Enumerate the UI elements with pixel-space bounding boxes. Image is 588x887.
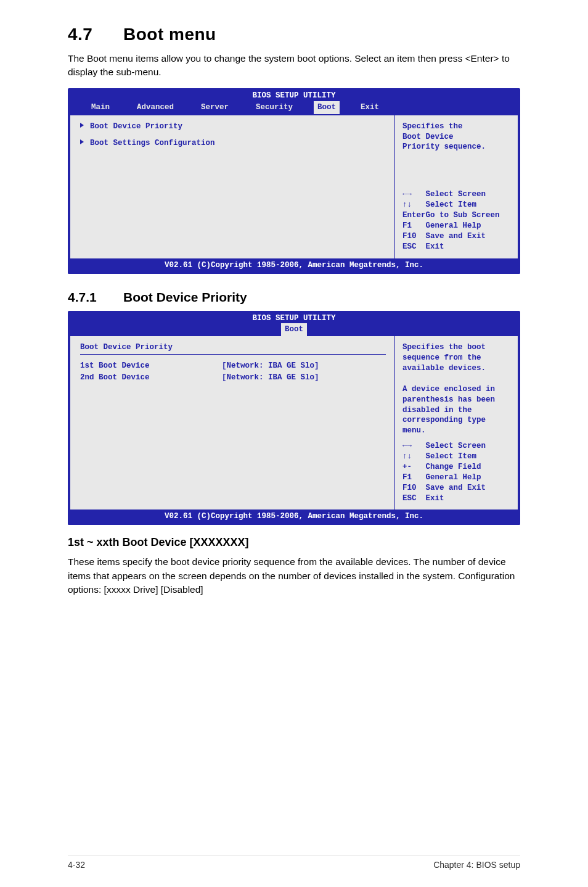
panel-title: Boot Device Priority bbox=[80, 342, 386, 353]
bios-left-panel: Boot Device Priority 1st Boot Device [Ne… bbox=[70, 336, 394, 510]
menu-item-label: Boot Settings Configuration bbox=[90, 139, 215, 147]
subsection-title-text: Boot Device Priority bbox=[123, 290, 247, 304]
bios-header: BIOS SETUP UTILITY bbox=[68, 88, 520, 101]
submenu-triangle-icon bbox=[80, 123, 84, 128]
bios-body: Boot Device Priority 1st Boot Device [Ne… bbox=[70, 336, 518, 510]
bios-footer: V02.61 (C)Copyright 1985-2006, American … bbox=[68, 258, 520, 274]
tab-advanced[interactable]: Advanced bbox=[131, 101, 180, 114]
bios-right-panel: Specifies the Boot Device Priority seque… bbox=[394, 115, 518, 258]
tab-server[interactable]: Server bbox=[195, 101, 235, 114]
bios-header: BIOS SETUP UTILITY bbox=[68, 311, 520, 324]
config-item-body: These items specify the boot device prio… bbox=[68, 555, 520, 596]
bios-body: Boot Device Priority Boot Settings Confi… bbox=[70, 115, 518, 258]
first-boot-device-row[interactable]: 1st Boot Device [Network: IBA GE Slo] bbox=[80, 361, 386, 371]
nav-help: ←→ Select Screen ↑↓ Select Item +- Chang… bbox=[402, 441, 512, 503]
panel-divider bbox=[80, 354, 386, 355]
section-intro: The Boot menu items allow you to change … bbox=[68, 52, 520, 80]
bios-left-panel: Boot Device Priority Boot Settings Confi… bbox=[70, 115, 394, 258]
bios-tab-bar-single: Boot bbox=[68, 323, 520, 336]
help-text: Specifies the Boot Device Priority seque… bbox=[402, 122, 512, 153]
subsection-heading: 4.7.1Boot Device Priority bbox=[68, 290, 520, 305]
bios-right-panel: Specifies the boot sequence from the ava… bbox=[394, 336, 518, 510]
tab-boot[interactable]: Boot bbox=[281, 323, 307, 336]
config-item-heading: 1st ~ xxth Boot Device [XXXXXXX] bbox=[68, 536, 520, 549]
page-footer: 4-32 Chapter 4: BIOS setup bbox=[68, 856, 520, 870]
nav-help: ←→ Select Screen ↑↓ Select Item EnterGo … bbox=[402, 189, 512, 252]
tab-boot[interactable]: Boot bbox=[314, 101, 340, 114]
tab-exit[interactable]: Exit bbox=[354, 101, 385, 114]
field-value: [Network: IBA GE Slo] bbox=[222, 373, 319, 383]
document-page: 4.7Boot menu The Boot menu items allow y… bbox=[0, 0, 588, 887]
section-number: 4.7 bbox=[68, 25, 123, 44]
menu-item-boot-settings-config[interactable]: Boot Settings Configuration bbox=[80, 138, 386, 149]
page-number: 4-32 bbox=[68, 860, 85, 870]
tab-security[interactable]: Security bbox=[250, 101, 299, 114]
bios-tab-bar: Main Advanced Server Security Boot Exit bbox=[68, 101, 520, 115]
field-label: 2nd Boot Device bbox=[80, 373, 222, 383]
second-boot-device-row[interactable]: 2nd Boot Device [Network: IBA GE Slo] bbox=[80, 373, 386, 383]
menu-item-boot-device-priority[interactable]: Boot Device Priority bbox=[80, 122, 386, 132]
field-label: 1st Boot Device bbox=[80, 361, 222, 371]
chapter-label: Chapter 4: BIOS setup bbox=[433, 860, 520, 870]
help-text: Specifies the boot sequence from the ava… bbox=[402, 342, 512, 436]
bios-screenshot-boot-menu: BIOS SETUP UTILITY Main Advanced Server … bbox=[68, 88, 520, 274]
bios-footer: V02.61 (C)Copyright 1985-2006, American … bbox=[68, 510, 520, 525]
tab-main[interactable]: Main bbox=[85, 101, 116, 114]
submenu-triangle-icon bbox=[80, 139, 84, 144]
section-heading: 4.7Boot menu bbox=[68, 25, 520, 44]
field-value: [Network: IBA GE Slo] bbox=[222, 361, 319, 371]
menu-item-label: Boot Device Priority bbox=[90, 122, 182, 131]
section-title-text: Boot menu bbox=[123, 25, 216, 44]
bios-screenshot-boot-device-priority: BIOS SETUP UTILITY Boot Boot Device Prio… bbox=[68, 311, 520, 526]
subsection-number: 4.7.1 bbox=[68, 290, 123, 305]
